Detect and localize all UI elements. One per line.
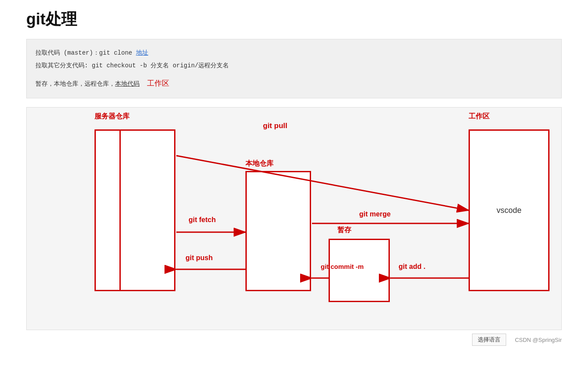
- label-local: 本地仓库: [245, 159, 273, 168]
- diagram: 服务器仓库 本地仓库 工作区 暂存 vscode: [26, 107, 562, 330]
- arrow-git-pull: [176, 156, 469, 210]
- label-git-pull: git pull: [263, 122, 287, 130]
- box-server-divider: [94, 129, 121, 291]
- box-staging: [329, 239, 390, 302]
- info-line1: 拉取代码 (master)：git clone 地址: [35, 46, 553, 59]
- info-box: 拉取代码 (master)：git clone 地址 拉取其它分支代码: git…: [26, 39, 562, 98]
- page: git处理 拉取代码 (master)：git clone 地址 拉取其它分支代…: [0, 0, 588, 369]
- brand-text: CSDN @SpringSir: [515, 337, 562, 343]
- info-line1-link: 地址: [136, 49, 148, 56]
- label-git-fetch: git fetch: [189, 216, 216, 224]
- info-line3-workspace: 工作区: [145, 79, 169, 87]
- info-line3: 暂存，本地仓库，远程仓库，本地代码 工作区: [35, 76, 553, 91]
- info-line1-prefix: 拉取代码 (master)：git clone: [35, 49, 136, 56]
- label-git-add: git add .: [399, 263, 425, 271]
- box-local: [245, 171, 311, 291]
- label-workspace: 工作区: [469, 112, 490, 121]
- info-line2: 拉取其它分支代码: git checkout -b 分支名 origin/远程分…: [35, 59, 553, 72]
- vscode-label: vscode: [497, 206, 522, 215]
- info-line3-part1: 暂存，本地仓库，远程仓库，: [35, 80, 115, 87]
- label-server: 服务器仓库: [94, 112, 130, 121]
- label-git-merge: git merge: [359, 210, 391, 218]
- label-git-push: git push: [186, 254, 213, 262]
- label-staging: 暂存: [337, 226, 351, 235]
- box-workspace: vscode: [469, 129, 550, 291]
- footer: 选择语言 CSDN @SpringSir: [18, 330, 570, 349]
- page-title: git处理: [18, 9, 570, 30]
- info-line3-part2: 本地代码: [115, 80, 140, 87]
- select-language-button[interactable]: 选择语言: [472, 334, 506, 346]
- info-line2-text: 拉取其它分支代码: git checkout -b 分支名 origin/远程分…: [35, 62, 229, 69]
- label-git-commit: git commit -m: [321, 263, 364, 270]
